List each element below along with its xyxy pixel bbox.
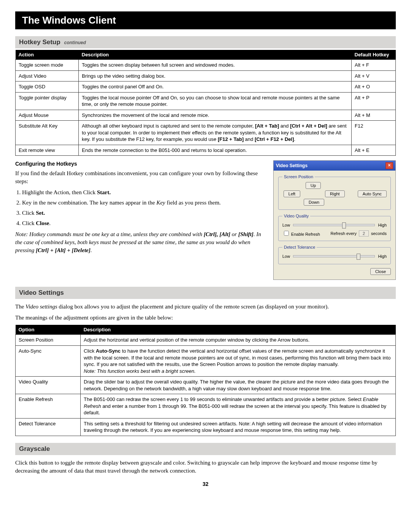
vq-high-label: High — [378, 223, 387, 227]
refresh-value-input[interactable] — [359, 230, 369, 236]
table-row: Detect ToleranceThis setting sets a thre… — [16, 418, 396, 436]
screen-position-group: Screen Position Up Left Right Auto Sync … — [278, 174, 391, 210]
hotkey-th-desc: Description — [79, 50, 352, 60]
dt-high-label: High — [378, 254, 387, 259]
table-row: Auto-SyncClick Auto-Sync to have the fun… — [16, 346, 396, 377]
down-button[interactable]: Down — [304, 199, 324, 206]
list-item: Click Set. — [22, 209, 264, 217]
config-intro: If you find the default Hotkey combinati… — [15, 169, 264, 185]
detect-tolerance-legend: Detect Tolerance — [282, 245, 317, 249]
table-row: Adjust VideoBrings up the video setting … — [16, 70, 396, 81]
video-section-header: Video Settings — [15, 287, 396, 299]
table-row: Enable RefreshThe B051-000 can redraw th… — [16, 394, 396, 419]
table-row: Toggle pointer displayToggles the local … — [16, 92, 396, 110]
grayscale-body: Click this button to toggle the remote d… — [15, 459, 396, 475]
table-row: Substitute Alt KeyAlthough all other key… — [16, 121, 396, 145]
right-button[interactable]: Right — [325, 190, 345, 197]
refresh-every-label: Refresh every — [331, 231, 357, 236]
video-quality-legend: Video Quality — [282, 214, 310, 218]
grayscale-heading: Grayscale — [19, 445, 50, 452]
list-item: Highlight the Action, then Click Start. — [22, 189, 264, 197]
config-note: Note: Hotkey commands must be one key at… — [15, 230, 264, 254]
config-text: Configuring the Hotkeys If you find the … — [15, 160, 264, 280]
video-th-desc: Description — [81, 325, 396, 335]
hotkey-th-hotkey: Default Hotkey — [352, 50, 396, 60]
page-title: The Windows Client — [15, 11, 396, 29]
table-row: Toggle screen modeToggles the screen dis… — [16, 60, 396, 71]
hotkey-section-header: Hotkey Setup continued — [15, 36, 396, 48]
close-icon[interactable]: × — [386, 162, 393, 169]
video-intro2: The meanings of the adjustment options a… — [15, 314, 396, 322]
video-options-table: Option Description Screen PositionAdjust… — [15, 325, 396, 436]
left-button[interactable]: Left — [284, 190, 300, 197]
video-intro: The Video settings dialog box allows you… — [15, 303, 396, 311]
detect-tolerance-slider[interactable] — [293, 255, 375, 257]
screen-position-legend: Screen Position — [282, 174, 315, 179]
enable-refresh-label: Enable Refresh — [291, 232, 320, 236]
up-button[interactable]: Up — [306, 182, 321, 189]
page-number: 32 — [15, 481, 396, 487]
config-subhead: Configuring the Hotkeys — [15, 160, 264, 168]
config-steps: Highlight the Action, then Click Start.K… — [22, 189, 264, 227]
dt-low-label: Low — [282, 254, 290, 259]
list-item: Click Close. — [22, 219, 264, 227]
vq-low-label: Low — [282, 223, 290, 227]
hotkey-th-action: Action — [16, 50, 79, 60]
dialog-title: Video Settings — [276, 163, 307, 168]
hotkey-heading-suffix: continued — [64, 40, 86, 45]
detect-tolerance-group: Detect Tolerance Low High — [278, 245, 391, 264]
list-item: Key in the new combination. The key name… — [22, 199, 264, 207]
grayscale-section-header: Grayscale — [15, 443, 396, 455]
hotkey-table: Action Description Default Hotkey Toggle… — [15, 50, 396, 156]
video-heading: Video Settings — [19, 289, 64, 296]
video-settings-dialog: Video Settings × Screen Position Up Left… — [273, 160, 396, 280]
seconds-label: seconds — [371, 231, 387, 236]
dialog-close-button[interactable]: Close — [370, 268, 391, 275]
video-quality-group: Video Quality Low High Enable Refresh Re… — [278, 214, 391, 241]
video-quality-slider[interactable] — [293, 224, 375, 226]
auto-sync-button[interactable]: Auto Sync — [358, 190, 387, 197]
table-row: Video QualityDrag the slider bar to adju… — [16, 377, 396, 394]
hotkey-heading: Hotkey Setup — [19, 38, 61, 46]
table-row: Screen PositionAdjust the horizontal and… — [16, 335, 396, 346]
video-th-option: Option — [16, 325, 81, 335]
enable-refresh-checkbox[interactable]: Enable Refresh — [282, 230, 320, 237]
table-row: Adjust MouseSynchronizes the movement of… — [16, 110, 396, 121]
table-row: Exit remote viewEnds the remote connecti… — [16, 145, 396, 156]
dialog-titlebar: Video Settings × — [274, 161, 395, 171]
table-row: Toggle OSDToggles the control panel Off … — [16, 81, 396, 93]
